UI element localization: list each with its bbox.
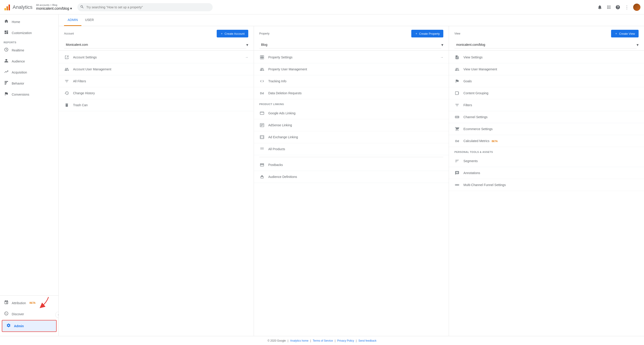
apps-icon[interactable] (606, 4, 612, 10)
svg-rect-1 (6, 6, 8, 10)
audience-definitions-label: Audience Definitions (268, 175, 444, 178)
menu-item-goals[interactable]: Goals (449, 75, 644, 87)
all-products-label: All Products (268, 147, 444, 151)
help-icon[interactable] (615, 4, 620, 10)
realtime-icon (4, 47, 9, 53)
menu-item-change-history[interactable]: Change History (59, 87, 254, 99)
menu-item-all-products[interactable]: All Products (254, 143, 449, 155)
menu-item-calculated-metrics[interactable]: Dd Calculated Metrics BETA (449, 135, 644, 147)
create-account-button[interactable]: ＋ Create Account (217, 30, 248, 38)
menu-item-ecommerce-settings[interactable]: Ecommerce Settings (449, 123, 644, 135)
account-settings-icon (64, 54, 70, 60)
property-dropdown[interactable]: Blog (259, 41, 442, 48)
user-avatar[interactable] (633, 4, 640, 11)
trash-can-icon (64, 102, 70, 108)
more-icon[interactable]: ⋮ (624, 4, 630, 10)
product-linking-label: PRODUCT LINKING (254, 99, 449, 107)
sidebar-item-behavior[interactable]: Behavior (0, 78, 58, 89)
sidebar-item-customization[interactable]: Customization (0, 27, 58, 38)
menu-item-filters[interactable]: Filters (449, 99, 644, 111)
footer-link-privacy[interactable]: Privacy Policy (337, 339, 354, 342)
svg-point-29 (458, 184, 459, 186)
menu-item-account-settings[interactable]: Account Settings → (59, 52, 254, 63)
sidebar-item-attribution[interactable]: Attribution BETA (0, 298, 58, 308)
adsense-icon (259, 122, 265, 128)
footer-link-analytics-home[interactable]: Analytics home (290, 339, 308, 342)
menu-item-postbacks[interactable]: Postbacks (254, 159, 449, 171)
menu-item-annotations[interactable]: Annotations (449, 167, 644, 179)
menu-item-segments[interactable]: Segments (449, 155, 644, 167)
search-input[interactable] (77, 3, 213, 11)
sidebar-label-acquisition: Acquisition (12, 70, 27, 74)
menu-item-google-ads[interactable]: Google Ads Linking (254, 107, 449, 119)
sidebar-item-conversions[interactable]: Conversions (0, 89, 58, 100)
footer-link-feedback[interactable]: Send feedback (358, 339, 376, 342)
top-header: Analytics All accounts > Blog monicalent… (0, 0, 644, 14)
content-area: ADMIN USER Account ＋ Create Account Moni… (59, 14, 644, 336)
account-dropdown-arrow-icon: ▾ (246, 42, 248, 47)
sidebar-item-acquisition[interactable]: Acquisition (0, 67, 58, 78)
plus-icon-property: ＋ (415, 32, 418, 36)
account-dropdown[interactable]: Monicalent.com (64, 41, 246, 48)
create-property-button[interactable]: ＋ Create Property (411, 30, 444, 38)
menu-item-view-settings[interactable]: View Settings (449, 52, 644, 63)
sidebar-nav: Home Customization REPORTS Realtime A (0, 14, 58, 296)
search-bar[interactable] (77, 3, 213, 11)
sidebar-item-discover[interactable]: Discover (0, 308, 58, 320)
svg-point-23 (263, 148, 263, 149)
menu-item-account-user-mgmt[interactable]: Account User Management (59, 63, 254, 75)
personal-tools-label: PERSONAL TOOLS & ASSETS (449, 147, 644, 155)
svg-rect-9 (260, 58, 262, 59)
account-selector[interactable]: All accounts > Blog monicalent.com/blog … (36, 4, 72, 10)
svg-point-27 (455, 184, 456, 186)
sidebar-label-conversions: Conversions (12, 93, 29, 96)
menu-item-all-filters[interactable]: All Filters (59, 75, 254, 87)
account-settings-arrow-icon: → (245, 56, 248, 59)
mcf-settings-label: Multi-Channel Funnel Settings (464, 183, 638, 187)
create-view-button[interactable]: ＋ Create View (611, 30, 638, 38)
property-user-mgmt-label: Property User Management (268, 68, 444, 71)
behavior-icon (4, 80, 9, 86)
tracking-info-label: Tracking Info (268, 79, 444, 83)
tab-admin[interactable]: ADMIN (64, 14, 82, 26)
menu-item-ad-exchange[interactable]: Ad Exchange Linking (254, 131, 449, 143)
menu-item-data-deletion[interactable]: Dd Data Deletion Requests (254, 87, 449, 99)
channel-settings-icon (454, 114, 460, 120)
postbacks-label: Postbacks (268, 163, 444, 167)
sidebar-item-home[interactable]: Home (0, 16, 58, 27)
goals-label: Goals (464, 79, 638, 83)
svg-rect-26 (458, 116, 458, 117)
sidebar-item-audience[interactable]: Audience (0, 56, 58, 67)
menu-item-content-grouping[interactable]: Content Grouping (449, 87, 644, 99)
account-col-header: Account ＋ Create Account (59, 26, 254, 39)
sidebar-label-home: Home (12, 20, 20, 24)
svg-rect-25 (456, 116, 457, 117)
menu-item-property-settings[interactable]: Property Settings → (254, 52, 449, 63)
menu-item-mcf-settings[interactable]: Multi-Channel Funnel Settings (449, 179, 644, 191)
sidebar: Home Customization REPORTS Realtime A (0, 14, 59, 336)
menu-item-adsense[interactable]: AdSense Linking (254, 119, 449, 131)
view-label: View (454, 32, 460, 35)
menu-item-audience-definitions[interactable]: Audience Definitions (254, 171, 449, 183)
sidebar-item-realtime[interactable]: Realtime (0, 45, 58, 56)
audience-icon (4, 58, 9, 64)
view-dropdown[interactable]: monicalent.com/blog (454, 41, 636, 48)
property-label: Property (259, 32, 270, 35)
menu-item-tracking-info[interactable]: Tracking Info (254, 75, 449, 87)
ad-exchange-label: Ad Exchange Linking (268, 135, 444, 139)
sidebar-bottom: Attribution BETA Discover Admin (0, 296, 58, 336)
menu-item-trash-can[interactable]: Trash Can (59, 99, 254, 111)
sidebar-item-admin[interactable]: Admin (2, 320, 56, 332)
menu-item-property-user-mgmt[interactable]: Property User Management (254, 63, 449, 75)
search-icon (80, 5, 84, 10)
footer-link-tos[interactable]: Terms of Service (313, 339, 333, 342)
menu-item-view-user-mgmt[interactable]: View User Management (449, 63, 644, 75)
ga-logo-icon (4, 4, 11, 11)
property-col-header: Property ＋ Create Property (254, 26, 449, 39)
tab-user[interactable]: USER (82, 14, 98, 26)
annotations-label: Annotations (464, 171, 638, 175)
menu-item-channel-settings[interactable]: Channel Settings (449, 111, 644, 123)
notifications-icon[interactable] (597, 4, 602, 10)
data-deletion-label: Data Deletion Requests (268, 91, 444, 95)
ecommerce-settings-icon (454, 126, 460, 132)
